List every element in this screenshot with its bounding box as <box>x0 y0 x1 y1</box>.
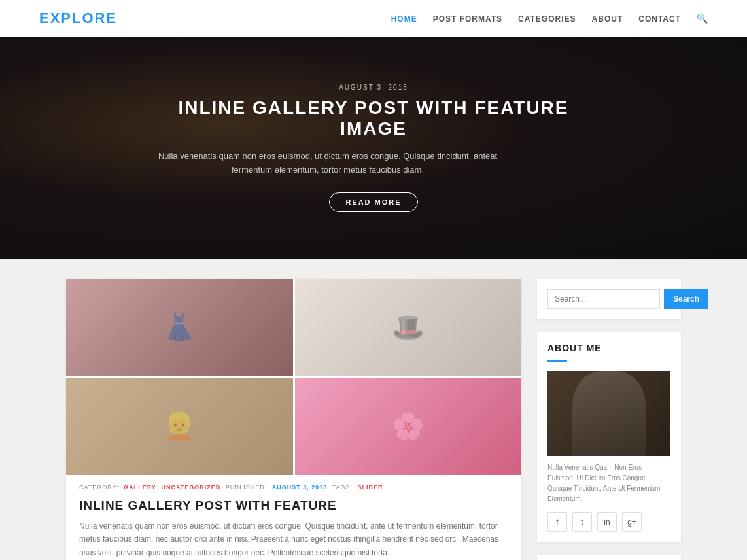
nav-item-about[interactable]: ABOUT <box>592 12 623 24</box>
gallery-cell-2: 🎩 <box>295 279 522 376</box>
gallery-cell-4: 🌸 <box>295 378 522 476</box>
gallery-image-4: 🌸 <box>295 378 522 476</box>
social-icons: f t in g+ <box>547 512 670 532</box>
search-widget: Search <box>537 279 681 319</box>
post-meta: CATEGORY: GALLERY UNCATEGORIZED PUBLISHE… <box>66 475 521 495</box>
gallery-cell-1: 👗 <box>66 279 293 376</box>
twitter-icon[interactable]: t <box>572 512 592 532</box>
nav-item-categories[interactable]: CATEGORIES <box>518 12 576 24</box>
about-title-underline <box>547 360 567 362</box>
about-text: Nulla Venenatis Quam Non Eros Euismod, U… <box>547 463 670 504</box>
hero-section: AUGUST 3, 2018 INLINE GALLERY POST WITH … <box>0 37 747 259</box>
post-tag: SLIDER <box>358 484 383 491</box>
nav-search-icon[interactable]: 🔍 <box>697 12 708 24</box>
post-date: AUGUST 3, 2018 <box>272 484 328 491</box>
facebook-icon[interactable]: f <box>547 512 567 532</box>
logo-text: EXPLORE <box>39 10 117 26</box>
main-container: 👗 🎩 👱 🌸 CATEGORY: GALLERY UNCATEGORIZED … <box>53 259 694 560</box>
content-area: 👗 🎩 👱 🌸 CATEGORY: GALLERY UNCATEGORIZED … <box>66 279 521 560</box>
gallery-image-2: 🎩 <box>295 279 522 376</box>
hero-description: Nulla venenatis quam non eros euismod, u… <box>145 150 511 177</box>
hero-content: AUGUST 3, 2018 INLINE GALLERY POST WITH … <box>145 84 602 213</box>
nav-item-contact[interactable]: CONTACT <box>638 12 681 24</box>
search-button[interactable]: Search <box>664 289 708 309</box>
sidebar: Search ABOUT ME Nulla Venenatis Quam Non… <box>537 279 681 560</box>
tags-label: TAGS: <box>332 484 353 491</box>
main-nav: HOME POST FORMATS CATEGORIES ABOUT CONTA… <box>391 12 708 24</box>
post-title: INLINE GALLERY POST WITH FEATURE <box>66 495 521 519</box>
hero-title: INLINE GALLERY POST WITH FEATURE IMAGE <box>145 97 602 139</box>
gallery-image-1: 👗 <box>66 279 293 376</box>
about-image <box>547 371 670 456</box>
about-title: ABOUT ME <box>547 343 670 353</box>
search-form: Search <box>547 289 670 309</box>
hero-date: AUGUST 3, 2018 <box>145 84 602 91</box>
nav-item-home[interactable]: HOME <box>391 12 417 24</box>
category-label: CATEGORY: <box>79 484 119 491</box>
nav-item-post-formats[interactable]: POST FORMATS <box>433 12 502 24</box>
published-label: PUBLISHED: <box>226 484 268 491</box>
about-silhouette <box>572 371 646 456</box>
about-widget: ABOUT ME Nulla Venenatis Quam Non Eros E… <box>537 332 681 542</box>
category-value-2: UNCATEGORIZED <box>161 484 220 491</box>
post-body: Nulla venenatis quam non eros euismod, u… <box>66 519 521 560</box>
linkedin-icon[interactable]: in <box>597 512 617 532</box>
site-logo[interactable]: EXPLORE <box>39 10 117 27</box>
category-value: GALLERY <box>124 484 156 491</box>
gallery-grid: 👗 🎩 👱 🌸 <box>66 279 521 475</box>
google-plus-icon[interactable]: g+ <box>622 512 642 532</box>
search-input[interactable] <box>547 289 660 309</box>
site-header: EXPLORE HOME POST FORMATS CATEGORIES ABO… <box>0 0 747 37</box>
recent-post-widget: RECENT POST <box>537 555 681 560</box>
gallery-cell-3: 👱 <box>66 378 293 476</box>
post-card: 👗 🎩 👱 🌸 CATEGORY: GALLERY UNCATEGORIZED … <box>66 279 521 560</box>
gallery-image-3: 👱 <box>66 378 293 476</box>
read-more-button[interactable]: READ MORE <box>329 192 417 212</box>
